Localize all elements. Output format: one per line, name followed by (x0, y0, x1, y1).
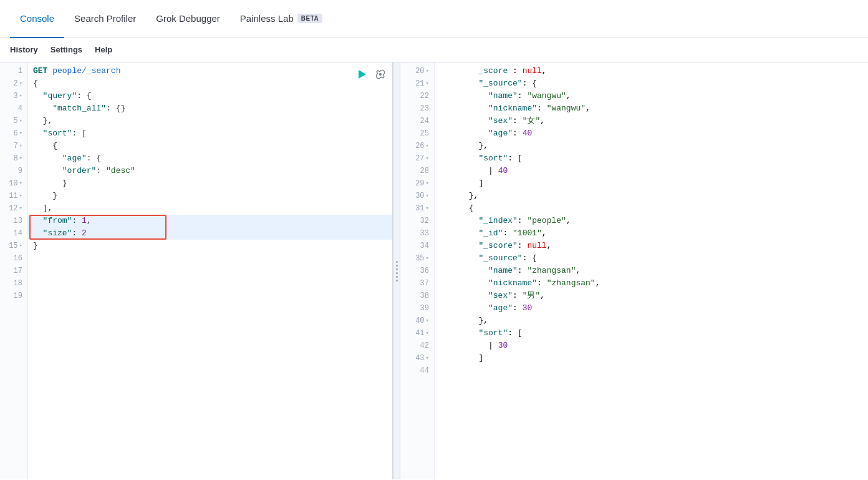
editor-line-18[interactable] (28, 277, 392, 290)
editor-line-13[interactable]: "from": 1, (28, 215, 392, 227)
editor-line-16[interactable] (28, 252, 392, 265)
editor-line-6[interactable]: "sort": [ (28, 127, 392, 140)
output-line-34: "_score": null, (440, 240, 863, 252)
output-line-numbers: 20▾ 21▾ 22 23 24 25 26▾ 27▾ 28 29▾ 30▾ 3… (400, 62, 435, 479)
out-line-num-32: 32 (400, 215, 434, 227)
svg-marker-0 (359, 70, 366, 79)
output-line-32: "_index": "people", (440, 215, 863, 227)
editor-line-12[interactable]: ], (28, 202, 392, 215)
editor-code-content[interactable]: GET people/_search { "query": { "match_a… (28, 62, 392, 479)
out-line-num-24: 24 (400, 115, 434, 127)
output-line-38: "sex": "男", (440, 290, 863, 302)
editor-line-2[interactable]: { (28, 77, 392, 90)
line-num-11: 11▾ (0, 190, 27, 202)
output-line-37: "nickname": "zhangsan", (440, 277, 863, 290)
output-line-21: "_source": { (440, 77, 863, 90)
editor-line-4[interactable]: "match_all": {} (28, 102, 392, 115)
line-num-13: 13 (0, 215, 27, 227)
sub-nav-help[interactable]: Help (95, 45, 120, 54)
line-num-18: 18 (0, 277, 27, 290)
beta-badge: BETA (297, 14, 322, 23)
editor-panel: 1 2▾ 3▾ 4 5▾ 6▾ 7▾ 8▾ 9 10▾ 11▾ 12▾ 13 1… (0, 62, 393, 479)
line-num-9: 9 (0, 165, 27, 177)
out-line-num-44: 44 (400, 365, 434, 377)
editor-line-9[interactable]: "order": "desc" (28, 165, 392, 177)
output-line-36: "name": "zhangsan", (440, 265, 863, 277)
tab-painless-lab[interactable]: Painless Lab BETA (230, 1, 332, 38)
sub-nav: History Settings Help (0, 37, 868, 62)
out-line-num-35: 35▾ (400, 252, 434, 265)
wrench-icon (375, 69, 386, 80)
editor-line-15[interactable]: } (28, 240, 392, 252)
output-line-35: "_source": { (440, 252, 863, 265)
method-keyword: GET (33, 66, 47, 76)
sub-nav-history[interactable]: History (10, 45, 46, 54)
out-line-num-38: 38 (400, 290, 434, 302)
output-line-40: }, (440, 315, 863, 327)
editor-line-5[interactable]: }, (28, 115, 392, 127)
output-line-25: "age": 40 (440, 127, 863, 140)
editor-line-11[interactable]: } (28, 190, 392, 202)
output-line-20: _score : null, (440, 65, 863, 77)
editor-line-1[interactable]: GET people/_search (28, 65, 392, 77)
editor-line-19[interactable] (28, 290, 392, 302)
panel-divider[interactable] (393, 62, 400, 479)
out-line-num-36: 36 (400, 265, 434, 277)
editor-code-area[interactable]: 1 2▾ 3▾ 4 5▾ 6▾ 7▾ 8▾ 9 10▾ 11▾ 12▾ 13 1… (0, 62, 392, 479)
output-line-33: "_id": "1001", (440, 227, 863, 240)
tab-search-profiler[interactable]: Search Profiler (64, 1, 146, 38)
out-line-num-23: 23 (400, 102, 434, 115)
out-line-num-43: 43▾ (400, 352, 434, 365)
out-line-num-40: 40▾ (400, 315, 434, 327)
line-num-15: 15▾ (0, 240, 27, 252)
output-line-26: }, (440, 140, 863, 152)
line-num-14: 14 (0, 227, 27, 240)
out-line-num-33: 33 (400, 227, 434, 240)
line-num-6: 6▾ (0, 127, 27, 140)
output-code-content: _score : null, "_source": { "name": "wan… (435, 62, 868, 479)
output-line-28: | 40 (440, 165, 863, 177)
editor-line-17[interactable] (28, 265, 392, 277)
line-num-19: 19 (0, 290, 27, 302)
out-line-num-31: 31▾ (400, 202, 434, 215)
settings-button[interactable] (374, 67, 387, 81)
line-num-3: 3▾ (0, 90, 27, 102)
line-num-16: 16 (0, 252, 27, 265)
editor-line-8[interactable]: "age": { (28, 152, 392, 165)
line-num-2: 2▾ (0, 77, 27, 90)
output-line-27: "sort": [ (440, 152, 863, 165)
tab-console[interactable]: Console (10, 1, 64, 38)
editor-line-7[interactable]: { (28, 140, 392, 152)
output-line-29: ] (440, 177, 863, 190)
editor-line-3[interactable]: "query": { (28, 90, 392, 102)
line-num-7: 7▾ (0, 140, 27, 152)
output-line-22: "name": "wangwu", (440, 90, 863, 102)
output-line-43: ] (440, 352, 863, 365)
line-num-10: 10▾ (0, 177, 27, 190)
out-line-num-30: 30▾ (400, 190, 434, 202)
output-panel: 20▾ 21▾ 22 23 24 25 26▾ 27▾ 28 29▾ 30▾ 3… (400, 62, 868, 479)
editor-line-14[interactable]: "size": 2 (28, 227, 392, 240)
out-line-num-27: 27▾ (400, 152, 434, 165)
run-button[interactable] (355, 67, 369, 81)
output-line-23: "nickname": "wangwu", (440, 102, 863, 115)
path-value: people/_search (52, 66, 120, 76)
output-line-39: "age": 30 (440, 302, 863, 315)
output-line-24: "sex": "女", (440, 115, 863, 127)
line-num-12: 12▾ (0, 202, 27, 215)
out-line-num-42: 42 (400, 340, 434, 352)
play-icon (356, 69, 367, 80)
line-num-8: 8▾ (0, 152, 27, 165)
sub-nav-settings[interactable]: Settings (51, 45, 90, 54)
out-line-num-34: 34 (400, 240, 434, 252)
tab-grok-debugger[interactable]: Grok Debugger (146, 1, 230, 38)
out-line-num-25: 25 (400, 127, 434, 140)
line-num-5: 5▾ (0, 115, 27, 127)
out-line-num-26: 26▾ (400, 140, 434, 152)
editor-line-10[interactable]: } (28, 177, 392, 190)
output-line-42: | 30 (440, 340, 863, 352)
line-num-4: 4 (0, 102, 27, 115)
out-line-num-20: 20▾ (400, 65, 434, 77)
out-line-num-39: 39 (400, 302, 434, 315)
out-line-num-28: 28 (400, 165, 434, 177)
